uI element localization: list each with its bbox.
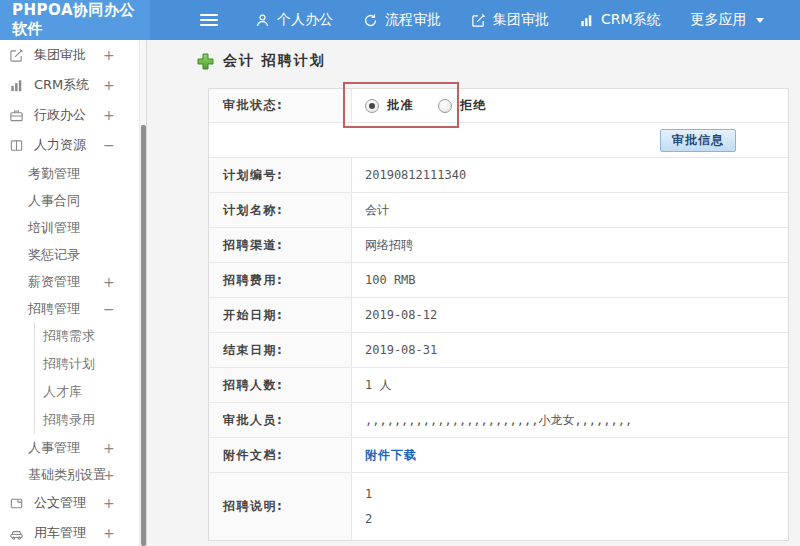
menu-icon[interactable] (200, 14, 218, 26)
table-row: 计划编号: 20190812111340 (209, 158, 788, 193)
table-row: 招聘渠道: 网络招聘 (209, 228, 788, 263)
table-row-description: 招聘说明: 1 2 (209, 473, 788, 540)
row-label: 计划名称: (209, 193, 352, 227)
row-value: 20190812111340 (352, 158, 788, 192)
bar-chart-icon (579, 13, 594, 28)
row-label: 结束日期: (209, 333, 352, 367)
row-label: 附件文档: (209, 438, 352, 472)
sidebar-item-label: 培训管理 (28, 219, 80, 237)
nav-item-workflow-approval[interactable]: 流程审批 (348, 0, 456, 40)
table-row: 计划名称: 会计 (209, 193, 788, 228)
radio-approve-label: 批准 (387, 97, 414, 114)
page-title: 会计 招聘计划 (197, 52, 326, 70)
nav-item-crm[interactable]: CRM系统 (564, 0, 676, 40)
edit-icon (9, 47, 25, 63)
top-bar: PHPOA协同办公软件 个人办公 流程审批 (0, 0, 800, 40)
row-value: 1 人 (352, 368, 788, 402)
nav-label: 集团审批 (493, 11, 549, 29)
table-row-status: 审批状态: 批准 拒绝 (209, 89, 788, 123)
sidebar-item-recruit-plan[interactable]: 招聘计划 (34, 350, 139, 378)
sidebar-item-personnel-mgmt[interactable]: 人事管理 + (0, 434, 139, 461)
row-label: 开始日期: (209, 298, 352, 332)
expand-toggle[interactable]: + (103, 495, 115, 511)
row-label: 招聘费用: (209, 263, 352, 297)
sidebar-scrollbar (139, 40, 146, 546)
expand-toggle[interactable]: + (103, 525, 115, 541)
bar-chart-icon (9, 77, 25, 93)
expand-toggle[interactable]: + (103, 274, 115, 290)
book-icon (9, 137, 25, 153)
edit-icon (471, 13, 486, 28)
row-value: 会计 (352, 193, 788, 227)
row-label: 招聘渠道: (209, 228, 352, 262)
sidebar-item-label: 招聘管理 (28, 300, 80, 318)
sidebar-item-recruit-demand[interactable]: 招聘需求 (34, 322, 139, 350)
sidebar-item-reward-punishment[interactable]: 奖惩记录 (0, 241, 139, 268)
expand-toggle[interactable]: + (103, 107, 115, 123)
table-row-actions: 审批信息 (209, 123, 788, 158)
sidebar-item-recruit-mgmt[interactable]: 招聘管理 − (0, 295, 139, 322)
sidebar-item-vehicle-mgmt[interactable]: 用车管理 + (0, 518, 139, 546)
sidebar-item-label: 行政办公 (34, 106, 86, 124)
radio-approve[interactable] (365, 99, 379, 113)
sidebar-item-label: 奖惩记录 (28, 246, 80, 264)
sidebar-item-label: 人力资源 (34, 136, 86, 154)
user-icon (255, 13, 270, 28)
sidebar-item-label: CRM系统 (34, 76, 89, 94)
sidebar-item-hr[interactable]: 人力资源 − (0, 130, 139, 160)
nav-item-more-apps[interactable]: 更多应用 (676, 0, 779, 40)
description-line: 1 (365, 487, 372, 501)
sidebar-item-document-mgmt[interactable]: 公文管理 + (0, 488, 139, 518)
row-label: 审批人员: (209, 403, 352, 437)
sidebar: 集团审批 + CRM系统 + 行政办公 + 人力资源 − 考勤管理 人事合同 (0, 40, 139, 546)
expand-toggle[interactable]: + (103, 77, 115, 93)
sidebar-item-label: 人事合同 (28, 192, 80, 210)
sidebar-item-attendance[interactable]: 考勤管理 (0, 160, 139, 187)
expand-toggle[interactable]: + (103, 47, 115, 63)
row-value: 2019-08-12 (352, 298, 788, 332)
nav-label: CRM系统 (601, 11, 661, 29)
approval-info-button[interactable]: 审批信息 (660, 129, 736, 152)
expand-toggle[interactable]: + (103, 440, 115, 456)
nav-label: 个人办公 (277, 11, 333, 29)
attachment-download-link[interactable]: 附件下载 (365, 447, 417, 464)
process-icon (363, 13, 378, 28)
radio-reject[interactable] (438, 99, 452, 113)
row-value: 100 RMB (352, 263, 788, 297)
row-value: 网络招聘 (352, 228, 788, 262)
expand-toggle[interactable]: − (103, 301, 115, 317)
nav-item-personal-office[interactable]: 个人办公 (240, 0, 348, 40)
table-row: 招聘人数: 1 人 (209, 368, 788, 403)
sidebar-item-label: 集团审批 (34, 46, 86, 64)
row-value: ,,,,,,,,,,,,,,,,,,,,,,,,小龙女,,,,,,,, (352, 403, 788, 437)
description-line: 2 (365, 512, 372, 526)
top-nav: 个人办公 流程审批 集团审批 (240, 0, 779, 40)
sidebar-item-label: 招聘计划 (43, 355, 95, 373)
sidebar-item-hr-contract[interactable]: 人事合同 (0, 187, 139, 214)
table-row-attachment: 附件文档: 附件下载 (209, 438, 788, 473)
sidebar-item-recruit-hire[interactable]: 招聘录用 (34, 406, 139, 434)
sidebar-item-training[interactable]: 培训管理 (0, 214, 139, 241)
nav-item-group-approval[interactable]: 集团审批 (456, 0, 564, 40)
document-icon (9, 495, 25, 511)
caret-down-icon (756, 18, 764, 23)
row-label: 计划编号: (209, 158, 352, 192)
table-row: 招聘费用: 100 RMB (209, 263, 788, 298)
sidebar-item-base-category[interactable]: 基础类别设置 + (0, 461, 139, 488)
row-label: 招聘人数: (209, 368, 352, 402)
status-radio-group: 批准 拒绝 (352, 89, 788, 122)
nav-label: 更多应用 (691, 11, 747, 29)
row-label: 招聘说明: (209, 473, 352, 540)
sidebar-item-admin-office[interactable]: 行政办公 + (0, 100, 139, 130)
app-logo: PHPOA协同办公软件 (0, 0, 150, 40)
sidebar-item-crm[interactable]: CRM系统 + (0, 70, 139, 100)
page-title-text: 会计 招聘计划 (223, 52, 326, 70)
add-plus-icon[interactable] (197, 53, 214, 70)
expand-toggle[interactable]: − (103, 137, 115, 153)
sidebar-item-salary[interactable]: 薪资管理 + (0, 268, 139, 295)
sidebar-item-talent-pool[interactable]: 人才库 (34, 378, 139, 406)
expand-toggle[interactable]: + (103, 467, 115, 483)
sidebar-item-group-approval[interactable]: 集团审批 + (0, 40, 139, 70)
car-icon (9, 525, 25, 541)
radio-reject-label: 拒绝 (460, 97, 487, 114)
